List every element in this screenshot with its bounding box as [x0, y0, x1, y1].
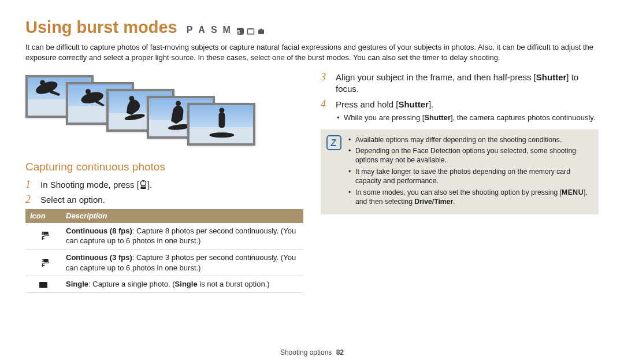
- row-name: Continuous (8 fps): [66, 226, 132, 235]
- svg-rect-26: [39, 282, 47, 288]
- svg-text:S: S: [237, 28, 244, 34]
- step-3-bold: Shutter: [536, 72, 567, 82]
- mode-smart-icon: S: [236, 26, 244, 34]
- svg-rect-12: [219, 113, 225, 128]
- step-4-post: ].: [429, 99, 433, 109]
- step-num-3: 3: [321, 72, 330, 95]
- step-4-sub: While you are pressing [Shutter], the ca…: [336, 113, 599, 123]
- svg-rect-2: [247, 29, 254, 34]
- single-icon: [25, 276, 61, 293]
- svg-point-10: [176, 101, 181, 106]
- step-2-text: Select an option.: [40, 194, 303, 206]
- mode-M: M: [223, 24, 234, 36]
- right-column: 3 Align your subject in the frame, and t…: [321, 72, 599, 292]
- step-1: 1 In Shooting mode, press [].: [25, 179, 303, 191]
- row-desc-pre: : Capture a single photo. (: [88, 280, 175, 288]
- svg-point-8: [129, 96, 134, 101]
- step-4-sub-post: ], the camera captures photos continuous…: [451, 113, 596, 122]
- table-row: Single: Capture a single photo. (Single …: [25, 276, 303, 293]
- mode-P: P: [187, 24, 196, 36]
- table-row: 8F Continuous (8 fps): Capture 8 photos …: [25, 223, 303, 250]
- step-num-2: 2: [25, 194, 35, 206]
- svg-point-7: [86, 89, 91, 94]
- svg-point-13: [219, 108, 224, 113]
- step-1-text-pre: In Shooting mode, press [: [40, 180, 139, 190]
- mode-S: S: [211, 24, 221, 36]
- note-4-bold: Drive/Timer: [414, 198, 453, 206]
- menu-glyph: MENU: [562, 188, 584, 196]
- svg-rect-3: [258, 29, 264, 34]
- continuous-8fps-icon: 8F: [25, 223, 61, 250]
- svg-text:F: F: [42, 235, 45, 241]
- svg-point-9: [124, 113, 146, 121]
- table-row: 3F Continuous (3 fps): Capture 3 photos …: [25, 250, 303, 276]
- note-item: It may take longer to save the photos de…: [348, 167, 592, 186]
- mode-A: A: [198, 24, 209, 36]
- step-2: 2 Select an option.: [25, 194, 303, 206]
- section-heading: Capturing continuous photos: [25, 159, 303, 174]
- step-3: 3 Align your subject in the frame, and t…: [321, 72, 599, 95]
- intro-paragraph: It can be difficult to capture photos of…: [25, 42, 599, 62]
- title-text: Using burst modes: [25, 16, 177, 39]
- row-desc-bold: Single: [175, 280, 198, 288]
- svg-point-14: [209, 133, 234, 138]
- continuous-3fps-icon: 3F: [25, 250, 61, 276]
- note-4-post: .: [453, 198, 455, 206]
- mode-scene-icon: [247, 26, 255, 34]
- step-3-pre: Align your subject in the frame, and the…: [336, 72, 536, 82]
- note-box: Available options may differ depending o…: [321, 129, 599, 214]
- left-column: Capturing continuous photos 1 In Shootin…: [25, 72, 303, 292]
- step-1-text-post: ].: [147, 180, 152, 190]
- step-4-pre: Press and hold [: [336, 99, 398, 109]
- step-num-4: 4: [321, 99, 330, 125]
- footer-section: Shooting options: [280, 348, 332, 356]
- page-footer: Shooting options 82: [0, 348, 624, 357]
- step-4-sub-pre: While you are pressing [: [344, 113, 424, 122]
- svg-text:F: F: [42, 262, 45, 268]
- note-icon: [326, 135, 341, 150]
- th-desc: Description: [61, 209, 303, 223]
- note-item: Depending on the Face Detection options …: [348, 146, 592, 165]
- page-title: Using burst modes P A S M S: [25, 16, 599, 39]
- burst-frame-5: [187, 103, 255, 146]
- drive-button-icon: [139, 180, 147, 190]
- step-4: 4 Press and hold [Shutter]. While you ar…: [321, 99, 599, 125]
- options-table: Icon Description 8F Continuous (8 fps): …: [25, 209, 303, 292]
- note-item: In some modes, you can also set the shoo…: [348, 188, 592, 207]
- burst-gallery: [25, 75, 262, 150]
- note-item: Available options may differ depending o…: [348, 135, 592, 144]
- mode-letters: P A S M S: [187, 24, 265, 36]
- footer-page: 82: [336, 348, 344, 356]
- svg-point-5: [40, 80, 45, 86]
- step-4-sub-bold: Shutter: [424, 113, 451, 122]
- step-4-bold: Shutter: [398, 99, 429, 109]
- row-name: Single: [66, 280, 88, 288]
- row-name: Continuous (3 fps): [66, 253, 132, 262]
- note-4-pre: In some modes, you can also set the shoo…: [355, 188, 562, 196]
- mode-magic-icon: [257, 26, 265, 34]
- row-desc-post: is not a burst option.): [198, 280, 270, 288]
- step-num-1: 1: [25, 179, 35, 191]
- th-icon: Icon: [25, 209, 61, 223]
